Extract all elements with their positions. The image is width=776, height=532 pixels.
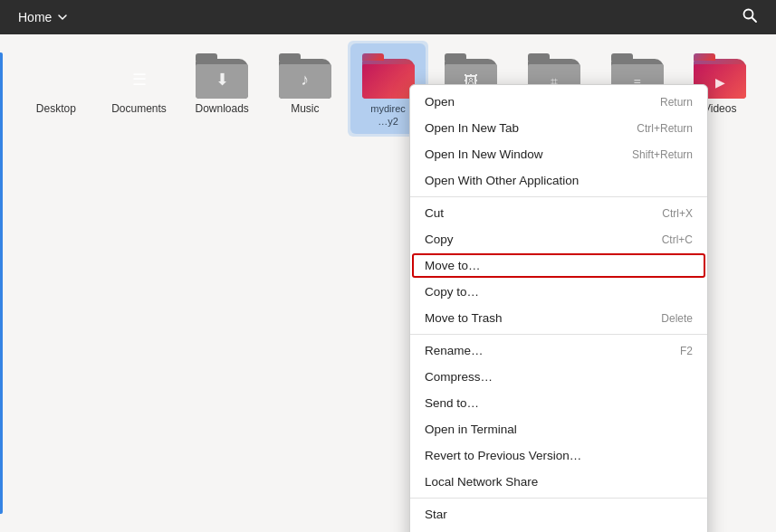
menu-item-copy-shortcut: Ctrl+C: [662, 233, 693, 246]
folder-label-mydirectory2: mydirec…y2: [370, 102, 406, 128]
folder-desktop[interactable]: Desktop: [18, 43, 94, 122]
menu-item-rename[interactable]: Rename… F2: [410, 337, 707, 364]
menu-item-rename-shortcut: F2: [680, 345, 693, 357]
menu-item-star[interactable]: Star: [410, 501, 707, 527]
folder-icon-downloads: ⬇: [194, 49, 250, 99]
menu-item-copy-to-label: Copy to…: [425, 285, 479, 299]
menu-item-compress-label: Compress…: [425, 370, 493, 384]
menu-item-move-to-label: Move to…: [425, 259, 481, 272]
menu-item-cut-shortcut: Ctrl+X: [662, 207, 693, 220]
folder-icon-documents: ☰: [111, 49, 168, 99]
menu-separator-1: [410, 196, 707, 197]
music-icon-symbol: ♪: [301, 71, 309, 90]
folder-tab: [196, 53, 217, 61]
folder-documents[interactable]: ☰ Documents: [101, 43, 177, 122]
menu-item-move-to[interactable]: Move to…: [410, 252, 707, 279]
menu-item-cut-label: Cut: [425, 206, 444, 220]
menu-item-open-new-tab-shortcut: Ctrl+Return: [637, 122, 693, 135]
menu-item-open-new-window[interactable]: Open In New Window Shift+Return: [410, 141, 707, 167]
svg-line-1: [752, 18, 757, 23]
folder-tab: [694, 53, 715, 61]
menu-item-properties[interactable]: Properties Ctrl+I: [410, 527, 707, 532]
folder-label-videos: Videos: [704, 102, 736, 117]
menu-separator-2: [410, 334, 707, 335]
menu-item-open-new-tab[interactable]: Open In New Tab Ctrl+Return: [410, 115, 707, 141]
menu-item-copy-label: Copy: [425, 233, 454, 246]
menu-item-local-network-label: Local Network Share: [425, 475, 538, 489]
folder-downloads[interactable]: ⬇ Downloads: [184, 43, 260, 122]
menu-item-open-label: Open: [425, 95, 455, 109]
folder-tab: [362, 53, 384, 61]
folder-tab: [279, 53, 301, 61]
context-menu: Open Return Open In New Tab Ctrl+Return …: [409, 84, 708, 532]
menu-item-revert[interactable]: Revert to Previous Version…: [410, 442, 707, 469]
menu-item-cut[interactable]: Cut Ctrl+X: [410, 200, 707, 226]
menu-item-open-with-label: Open With Other Application: [425, 174, 579, 187]
folder-icon-music: ♪: [277, 49, 333, 99]
folder-label-desktop: Desktop: [36, 102, 76, 117]
menu-item-move-to-trash-shortcut: Delete: [661, 312, 693, 325]
menu-item-send-to-label: Send to…: [425, 396, 479, 410]
menu-item-copy[interactable]: Copy Ctrl+C: [410, 226, 707, 252]
folder-label-downloads: Downloads: [195, 102, 248, 117]
menu-item-star-label: Star: [425, 508, 447, 521]
folder-icon-desktop: [28, 49, 84, 99]
home-label: Home: [18, 10, 52, 24]
menu-item-open-new-window-shortcut: Shift+Return: [632, 148, 693, 161]
folder-icon-mydirectory2: [360, 49, 417, 99]
home-button[interactable]: Home: [11, 6, 75, 28]
folder-tab: [611, 53, 633, 61]
folder-tab: [445, 53, 466, 61]
menu-item-open-new-tab-label: Open In New Tab: [425, 121, 519, 135]
search-button[interactable]: [734, 4, 765, 31]
menu-item-copy-to[interactable]: Copy to…: [410, 279, 707, 305]
menu-item-local-network[interactable]: Local Network Share: [410, 469, 707, 495]
menu-item-rename-label: Rename…: [425, 344, 484, 357]
videos-icon-symbol: ▶: [715, 75, 725, 90]
folder-front: [362, 64, 415, 99]
menu-item-move-to-trash[interactable]: Move to Trash Delete: [410, 305, 707, 331]
search-icon: [742, 7, 758, 24]
folder-tab: [528, 53, 550, 61]
folder-label-music: Music: [291, 102, 319, 117]
main-content: Desktop ☰ Documents ⬇ Downloads: [0, 34, 776, 532]
menu-item-open-new-window-label: Open In New Window: [425, 147, 543, 161]
folder-music[interactable]: ♪ Music: [267, 43, 343, 122]
menu-item-open[interactable]: Open Return: [410, 89, 707, 115]
menu-separator-3: [410, 498, 707, 499]
menu-item-open-with[interactable]: Open With Other Application: [410, 167, 707, 194]
documents-icon-symbol: ☰: [132, 70, 147, 90]
folder-label-documents: Documents: [111, 102, 167, 117]
menu-item-open-terminal-label: Open in Terminal: [425, 423, 517, 436]
selected-indicator: [0, 52, 3, 514]
top-bar: Home: [0, 0, 776, 34]
menu-item-open-terminal[interactable]: Open in Terminal: [410, 416, 707, 442]
menu-item-send-to[interactable]: Send to…: [410, 390, 707, 416]
menu-item-revert-label: Revert to Previous Version…: [425, 449, 581, 462]
menu-item-open-shortcut: Return: [660, 96, 693, 109]
downloads-icon-symbol: ⬇: [216, 70, 229, 90]
menu-item-move-to-trash-label: Move to Trash: [425, 311, 503, 325]
chevron-down-icon: [57, 12, 68, 23]
menu-item-compress[interactable]: Compress…: [410, 364, 707, 390]
